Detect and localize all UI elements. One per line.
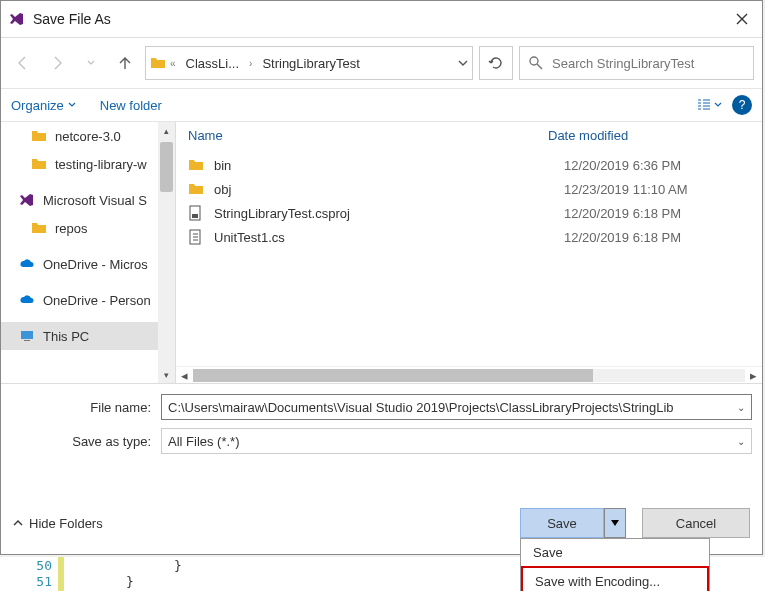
save-dropdown-button[interactable] — [604, 508, 626, 538]
path-seg-1[interactable]: ClassLi... — [180, 54, 245, 73]
code-line: } — [126, 574, 182, 590]
pc-icon — [19, 328, 35, 344]
sidebar-item-label: netcore-3.0 — [55, 129, 121, 144]
body: netcore-3.0 testing-library-w Microsoft … — [1, 122, 762, 384]
cancel-label: Cancel — [676, 516, 716, 531]
arrow-left-icon — [15, 55, 31, 71]
cancel-button[interactable]: Cancel — [642, 508, 750, 538]
chevron-down-icon — [68, 101, 76, 109]
sidebar-item-repos[interactable]: repos — [1, 214, 175, 242]
sidebar-item-label: OneDrive - Micros — [43, 257, 148, 272]
path-seg-2[interactable]: StringLibraryTest — [256, 54, 366, 73]
scroll-thumb[interactable] — [160, 142, 173, 192]
save-type-label: Save as type: — [11, 434, 161, 449]
menu-save-with-encoding[interactable]: Save with Encoding... — [521, 566, 709, 591]
editor-code: } } — [64, 557, 182, 591]
file-name: UnitTest1.cs — [214, 230, 554, 245]
sidebar-item-onedrive2[interactable]: OneDrive - Person — [1, 286, 175, 314]
file-name-label: File name: — [11, 400, 161, 415]
path-sep: « — [170, 58, 176, 69]
search-icon — [528, 55, 544, 71]
save-button[interactable]: Save — [520, 508, 604, 538]
recent-dropdown[interactable] — [77, 48, 105, 78]
organize-button[interactable]: Organize — [11, 98, 76, 113]
chevron-up-icon — [13, 518, 23, 528]
new-folder-label: New folder — [100, 98, 162, 113]
sidebar: netcore-3.0 testing-library-w Microsoft … — [1, 122, 176, 383]
file-date: 12/20/2019 6:18 PM — [564, 230, 681, 245]
close-icon — [734, 11, 750, 27]
sidebar-item-vs[interactable]: Microsoft Visual S — [1, 186, 175, 214]
editor-gutter: 50 51 — [0, 557, 58, 591]
columns: Name Date modified — [176, 122, 762, 149]
cs-icon — [188, 229, 204, 245]
back-button[interactable] — [9, 48, 37, 78]
scroll-down-icon[interactable]: ▾ — [158, 366, 175, 383]
titlebar: Save File As — [1, 1, 762, 38]
save-type-select[interactable]: All Files (*.*)⌄ — [161, 428, 752, 454]
up-button[interactable] — [111, 48, 139, 78]
address-row: « ClassLi... › StringLibraryTest Search … — [1, 38, 762, 89]
sidebar-item-label: repos — [55, 221, 88, 236]
sidebar-item-label: testing-library-w — [55, 157, 147, 172]
svg-rect-4 — [192, 214, 198, 218]
refresh-icon — [488, 55, 504, 71]
views-icon — [696, 97, 712, 113]
folder-icon — [150, 55, 166, 71]
scroll-up-icon[interactable]: ▴ — [158, 122, 175, 139]
sidebar-item-testing[interactable]: testing-library-w — [1, 150, 175, 178]
file-row[interactable]: obj12/23/2019 11:10 AM — [176, 177, 762, 201]
line-number: 50 — [0, 558, 52, 574]
chevron-down-icon — [458, 58, 468, 68]
path-box[interactable]: « ClassLi... › StringLibraryTest — [145, 46, 473, 80]
views-button[interactable] — [696, 97, 722, 113]
sidebar-item-thispc[interactable]: This PC — [1, 322, 175, 350]
help-button[interactable]: ? — [732, 95, 752, 115]
file-row[interactable]: StringLibraryTest.csproj12/20/2019 6:18 … — [176, 201, 762, 225]
organize-label: Organize — [11, 98, 64, 113]
sidebar-item-label: This PC — [43, 329, 89, 344]
hide-folders-button[interactable]: Hide Folders — [13, 516, 103, 531]
svg-rect-2 — [24, 340, 30, 341]
scroll-right-icon[interactable]: ▸ — [745, 368, 762, 383]
refresh-button[interactable] — [479, 46, 513, 80]
hide-folders-label: Hide Folders — [29, 516, 103, 531]
column-name[interactable]: Name — [188, 128, 548, 143]
hscrollbar[interactable]: ◂▸ — [176, 366, 762, 383]
sidebar-scrollbar[interactable]: ▴▾ — [158, 122, 175, 383]
file-date: 12/23/2019 11:10 AM — [564, 182, 688, 197]
folder-icon — [188, 157, 204, 173]
folder-icon — [31, 156, 47, 172]
line-number: 51 — [0, 574, 52, 590]
menu-save[interactable]: Save — [521, 539, 709, 566]
file-date: 12/20/2019 6:36 PM — [564, 158, 681, 173]
svg-rect-1 — [21, 331, 33, 339]
file-list: bin12/20/2019 6:36 PM obj12/23/2019 11:1… — [176, 149, 762, 366]
arrow-up-icon — [117, 55, 133, 71]
file-pane: Name Date modified bin12/20/2019 6:36 PM… — [176, 122, 762, 383]
folder-icon — [31, 220, 47, 236]
sidebar-item-label: OneDrive - Person — [43, 293, 151, 308]
scroll-track[interactable] — [193, 369, 745, 382]
file-name-input[interactable]: C:\Users\mairaw\Documents\Visual Studio … — [161, 394, 752, 420]
save-type-value: All Files (*.*) — [168, 434, 240, 449]
column-date[interactable]: Date modified — [548, 128, 750, 143]
file-row[interactable]: bin12/20/2019 6:36 PM — [176, 153, 762, 177]
arrow-right-icon — [49, 55, 65, 71]
file-row[interactable]: UnitTest1.cs12/20/2019 6:18 PM — [176, 225, 762, 249]
sidebar-item-onedrive1[interactable]: OneDrive - Micros — [1, 250, 175, 278]
code-line: } — [174, 558, 182, 574]
folder-icon — [188, 181, 204, 197]
search-input[interactable]: Search StringLibraryTest — [519, 46, 754, 80]
scroll-thumb[interactable] — [193, 369, 593, 382]
button-row: Hide Folders Save Save Save with Encodin… — [1, 498, 762, 548]
chevron-down-icon: ⌄ — [737, 402, 745, 413]
scroll-left-icon[interactable]: ◂ — [176, 368, 193, 383]
forward-button[interactable] — [43, 48, 71, 78]
sidebar-item-netcore[interactable]: netcore-3.0 — [1, 122, 175, 150]
save-menu: Save Save with Encoding... — [520, 538, 710, 591]
triangle-down-icon — [611, 519, 619, 527]
close-button[interactable] — [730, 7, 754, 31]
new-folder-button[interactable]: New folder — [100, 98, 162, 113]
cloud-icon — [19, 292, 35, 308]
